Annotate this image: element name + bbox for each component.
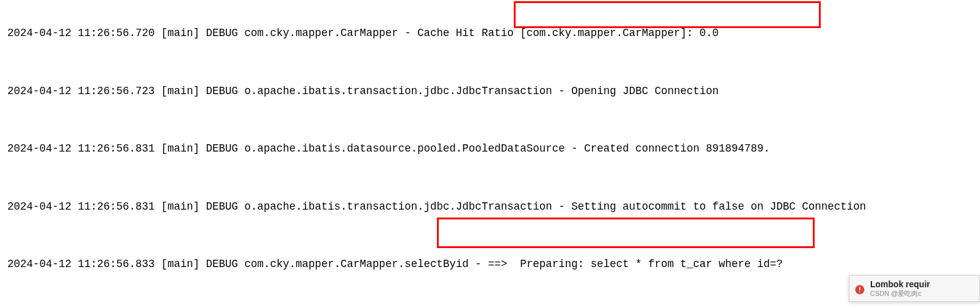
log-line: 2024-04-12 11:26:56.833 [main] DEBUG com… xyxy=(7,255,866,274)
log-line: 2024-04-12 11:26:56.831 [main] DEBUG o.a… xyxy=(7,139,866,159)
notification-subtitle: CSDN @爱吃肉c xyxy=(870,290,930,297)
notification-texts: Lombok requir CSDN @爱吃肉c xyxy=(870,280,930,296)
log-output: 2024-04-12 11:26:56.720 [main] DEBUG com… xyxy=(7,0,866,308)
notification-popup[interactable]: Lombok requir CSDN @爱吃肉c xyxy=(849,275,980,302)
error-icon xyxy=(854,283,865,294)
log-line: 2024-04-12 11:26:56.831 [main] DEBUG o.a… xyxy=(7,197,866,217)
log-line: 2024-04-12 11:26:56.720 [main] DEBUG com… xyxy=(7,24,866,43)
notification-title: Lombok requir xyxy=(870,280,930,289)
log-line: 2024-04-12 11:26:56.723 [main] DEBUG o.a… xyxy=(7,82,866,101)
svg-rect-1 xyxy=(859,287,860,291)
svg-rect-2 xyxy=(859,292,860,293)
